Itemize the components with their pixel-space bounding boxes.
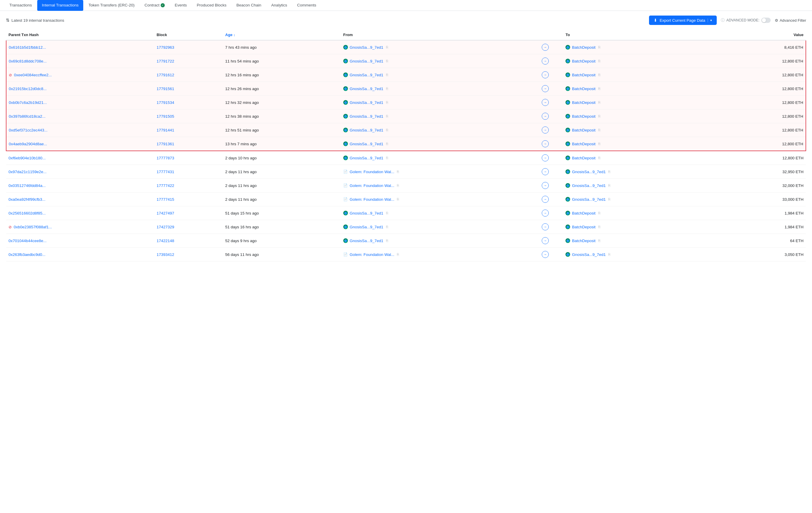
- from-address-link[interactable]: GnosisSa...9_7ed1: [350, 59, 383, 63]
- to-address-link[interactable]: BatchDeposit: [572, 156, 596, 160]
- copy-from-icon[interactable]: ⎘: [386, 156, 388, 160]
- block-link[interactable]: 17791612: [156, 73, 174, 77]
- tx-hash-link[interactable]: 0xf6eb904e10b180...: [8, 156, 46, 160]
- to-address-link[interactable]: BatchDeposit: [572, 87, 596, 91]
- copy-to-icon[interactable]: ⎘: [598, 45, 600, 49]
- from-address-link[interactable]: GnosisSa...9_7ed1: [350, 225, 383, 229]
- copy-from-icon[interactable]: ⎘: [386, 73, 388, 77]
- advanced-mode-toggle[interactable]: [761, 18, 771, 23]
- col-age[interactable]: Age ↕: [223, 30, 341, 40]
- tab-transactions[interactable]: Transactions: [5, 0, 37, 11]
- copy-to-icon[interactable]: ⎘: [598, 239, 600, 243]
- to-address-link[interactable]: BatchDeposit: [572, 73, 596, 77]
- tx-hash-link[interactable]: 0xee04084eccffee2...: [14, 73, 52, 77]
- tx-hash-link[interactable]: 0xb0b7c6a2b19d21...: [9, 100, 47, 105]
- to-address-link[interactable]: BatchDeposit: [572, 100, 596, 105]
- copy-to-icon[interactable]: ⎘: [598, 114, 600, 118]
- tx-hash-link[interactable]: 0x701044b44cee8e...: [8, 239, 47, 243]
- to-address-link[interactable]: BatchDeposit: [572, 142, 596, 146]
- from-address-link[interactable]: GnosisSa...9_7ed1: [350, 73, 383, 77]
- block-link[interactable]: 17792963: [156, 45, 174, 50]
- copy-from-icon[interactable]: ⎘: [397, 197, 399, 201]
- from-address-link[interactable]: GnosisSa...9_7ed1: [350, 156, 383, 160]
- block-link[interactable]: 17427497: [156, 211, 174, 215]
- from-address-link[interactable]: GnosisSa...9_7ed1: [350, 239, 383, 243]
- copy-from-icon[interactable]: ⎘: [386, 142, 388, 146]
- tx-hash-link[interactable]: 0x97da21c1159e2e...: [8, 170, 47, 174]
- tx-hash-link[interactable]: 0xa0ea92f4f99cfb3...: [8, 197, 46, 201]
- from-address-link[interactable]: GnosisSa...9_7ed1: [350, 211, 383, 215]
- copy-to-icon[interactable]: ⎘: [598, 100, 600, 105]
- from-address-link[interactable]: GnosisSa...9_7ed1: [350, 45, 383, 50]
- copy-from-icon[interactable]: ⎘: [386, 87, 388, 91]
- block-link[interactable]: 17791561: [156, 87, 174, 91]
- copy-to-icon[interactable]: ⎘: [598, 73, 600, 77]
- to-address-link[interactable]: BatchDeposit: [572, 225, 596, 229]
- tab-internal-transactions[interactable]: Internal Transactions: [37, 0, 83, 11]
- copy-from-icon[interactable]: ⎘: [386, 225, 388, 229]
- block-link[interactable]: 17791722: [156, 59, 174, 63]
- tab-contract[interactable]: Contract ✓: [140, 0, 169, 11]
- block-link[interactable]: 17791441: [156, 128, 174, 132]
- from-address-link[interactable]: Golem: Foundation Wal...: [350, 197, 395, 201]
- from-address-link[interactable]: GnosisSa...9_7ed1: [350, 142, 383, 146]
- tx-hash-link[interactable]: 0x21915bc12d0dc8...: [9, 87, 47, 91]
- to-address-link[interactable]: BatchDeposit: [572, 45, 596, 50]
- tab-comments[interactable]: Comments: [292, 0, 321, 11]
- block-link[interactable]: 17777873: [156, 156, 174, 160]
- copy-to-icon[interactable]: ⎘: [598, 225, 600, 229]
- from-address-link[interactable]: GnosisSa...9_7ed1: [350, 100, 383, 105]
- to-address-link[interactable]: GnosisSa...9_7ed1: [572, 183, 606, 188]
- copy-from-icon[interactable]: ⎘: [386, 45, 388, 49]
- block-link[interactable]: 17791505: [156, 114, 174, 118]
- to-address-link[interactable]: GnosisSa...9_7ed1: [572, 170, 606, 174]
- copy-to-icon[interactable]: ⎘: [598, 128, 600, 132]
- copy-from-icon[interactable]: ⎘: [386, 211, 388, 215]
- copy-to-icon[interactable]: ⎘: [608, 252, 610, 256]
- to-address-link[interactable]: BatchDeposit: [572, 239, 596, 243]
- tab-beacon-chain[interactable]: Beacon Chain: [232, 0, 266, 11]
- copy-from-icon[interactable]: ⎘: [386, 100, 388, 105]
- block-link[interactable]: 17777415: [156, 197, 174, 201]
- tx-hash-link[interactable]: 0x6161b5d1fbbb12...: [9, 45, 46, 50]
- from-address-link[interactable]: Golem: Foundation Wal...: [350, 170, 395, 174]
- to-address-link[interactable]: BatchDeposit: [572, 211, 596, 215]
- copy-from-icon[interactable]: ⎘: [386, 128, 388, 132]
- from-address-link[interactable]: Golem: Foundation Wal...: [350, 183, 395, 188]
- copy-to-icon[interactable]: ⎘: [608, 197, 610, 201]
- from-address-link[interactable]: GnosisSa...9_7ed1: [350, 114, 383, 118]
- copy-to-icon[interactable]: ⎘: [598, 59, 600, 63]
- copy-to-icon[interactable]: ⎘: [608, 170, 610, 174]
- copy-from-icon[interactable]: ⎘: [397, 252, 399, 256]
- tx-hash-link[interactable]: 0x4aeb9a2904d8ae...: [9, 142, 47, 146]
- copy-from-icon[interactable]: ⎘: [397, 170, 399, 174]
- advanced-filter-button[interactable]: ⚙ Advanced Filter: [775, 18, 806, 23]
- tab-analytics[interactable]: Analytics: [266, 0, 292, 11]
- block-link[interactable]: 17427329: [156, 225, 174, 229]
- to-address-link[interactable]: BatchDeposit: [572, 114, 596, 118]
- to-address-link[interactable]: GnosisSa...9_7ed1: [572, 197, 606, 201]
- to-address-link[interactable]: GnosisSa...9_7ed1: [572, 252, 606, 257]
- to-address-link[interactable]: BatchDeposit: [572, 128, 596, 132]
- export-button[interactable]: ⬇ Export Current Page Data ▾: [649, 16, 717, 25]
- from-address-link[interactable]: GnosisSa...9_7ed1: [350, 128, 383, 132]
- tx-hash-link[interactable]: 0x397b86fcd18ca2...: [9, 114, 46, 118]
- copy-to-icon[interactable]: ⎘: [598, 156, 600, 160]
- tab-events[interactable]: Events: [170, 0, 192, 11]
- copy-to-icon[interactable]: ⎘: [598, 87, 600, 91]
- block-link[interactable]: 17393412: [156, 252, 174, 257]
- copy-to-icon[interactable]: ⎘: [608, 183, 610, 188]
- tx-hash-link[interactable]: 0xd5ef371cc2ec443...: [9, 128, 48, 132]
- block-link[interactable]: 17777422: [156, 183, 174, 188]
- tx-hash-link[interactable]: 0xb0e23857f088af1...: [14, 225, 52, 229]
- tx-hash-link[interactable]: 0x69c81d8ddc708e...: [9, 59, 47, 63]
- tx-hash-link[interactable]: 0x03512746fdd84a...: [8, 183, 46, 188]
- copy-from-icon[interactable]: ⎘: [386, 239, 388, 243]
- block-link[interactable]: 17791534: [156, 100, 174, 105]
- from-address-link[interactable]: Golem: Foundation Wal...: [350, 252, 395, 257]
- copy-from-icon[interactable]: ⎘: [386, 59, 388, 63]
- from-address-link[interactable]: GnosisSa...9_7ed1: [350, 87, 383, 91]
- tx-hash-link[interactable]: 0x263fb3aedbc9d0...: [8, 252, 46, 257]
- block-link[interactable]: 17791361: [156, 142, 174, 146]
- copy-from-icon[interactable]: ⎘: [386, 114, 388, 118]
